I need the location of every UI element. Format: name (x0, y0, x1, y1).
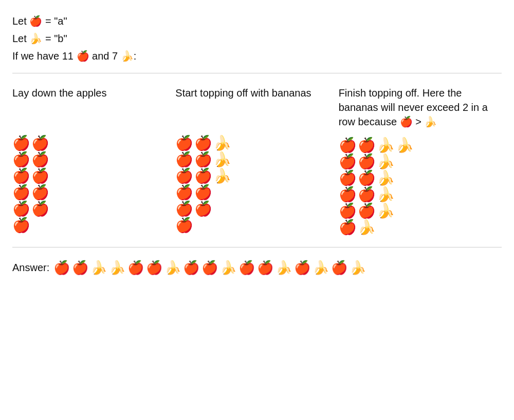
column-1: Lay down the apples 🍎🍎 🍎🍎 🍎🍎 🍎🍎 🍎🍎 🍎 (12, 86, 175, 235)
answer-emoji: 🍎 (331, 260, 347, 276)
column-2: Start topping off with bananas 🍎🍎🍌 🍎🍎🍌 🍎… (175, 86, 338, 235)
table-row: 🍎🍌 (339, 220, 493, 235)
answer-emoji: 🍌 (313, 260, 329, 276)
header-line2: Let 🍌 = "b" (12, 30, 502, 47)
answer-emoji: 🍎 (127, 260, 144, 276)
answer-emoji: 🍎 (146, 260, 162, 276)
answer-emoji: 🍎 (183, 260, 199, 276)
table-row: 🍎🍎🍌 (339, 155, 493, 169)
column-3: Finish topping off. Here the bananas wil… (339, 86, 502, 235)
col1-rows: 🍎🍎 🍎🍎 🍎🍎 🍎🍎 🍎🍎 🍎 (12, 136, 167, 233)
table-row: 🍎🍎🍌🍌 (339, 138, 493, 152)
table-row: 🍎🍎 (12, 136, 167, 150)
table-row: 🍎 (175, 218, 330, 233)
answer-emoji: 🍌 (109, 260, 125, 276)
table-row: 🍎🍎🍌 (175, 136, 330, 150)
col2-rows: 🍎🍎🍌 🍎🍎🍌 🍎🍎🍌 🍎🍎 🍎🍎 🍎 (175, 136, 330, 233)
table-row: 🍎🍎🍌 (339, 204, 493, 218)
header-line3: If we have 11 🍎 and 7 🍌: (12, 47, 502, 65)
table-row: 🍎 (12, 218, 167, 233)
answer-emoji: 🍎 (257, 260, 273, 276)
answer-section: Answer: 🍎 🍎 🍌 🍌 🍎 🍎 🍌 🍎 🍎 🍌 🍎 🍎 🍌 🍎 🍌 🍎 … (12, 260, 502, 276)
col3-rows: 🍎🍎🍌🍌 🍎🍎🍌 🍎🍎🍌 🍎🍎🍌 🍎🍎🍌 🍎🍌 (339, 138, 493, 235)
col1-title: Lay down the apples (12, 86, 167, 127)
table-row: 🍎🍎 (12, 202, 167, 216)
header-line1: Let 🍎 = "a" (12, 12, 502, 30)
table-row: 🍎🍎🍌 (175, 169, 330, 183)
table-row: 🍎🍎 (12, 185, 167, 200)
table-row: 🍎🍎 (175, 185, 330, 200)
answer-emoji: 🍌 (220, 260, 236, 276)
col2-title: Start topping off with bananas (175, 86, 330, 127)
answer-emoji: 🍎 (201, 260, 218, 276)
answer-emoji: 🍌 (350, 260, 366, 276)
table-row: 🍎🍎🍌 (339, 187, 493, 202)
table-row: 🍎🍎 (175, 202, 330, 216)
col3-title: Finish topping off. Here the bananas wil… (339, 86, 493, 129)
header-section: Let 🍎 = "a" Let 🍌 = "b" If we have 11 🍎 … (12, 12, 502, 73)
columns-section: Lay down the apples 🍎🍎 🍎🍎 🍎🍎 🍎🍎 🍎🍎 🍎 Sta… (12, 86, 502, 247)
answer-emoji: 🍎 (294, 260, 310, 276)
answer-emoji: 🍎 (238, 260, 255, 276)
table-row: 🍎🍎 (12, 152, 167, 167)
table-row: 🍎🍎🍌 (175, 152, 330, 167)
table-row: 🍎🍎 (12, 169, 167, 183)
answer-label: Answer: (12, 262, 49, 274)
answer-emoji: 🍎 (53, 260, 70, 276)
answer-emoji: 🍌 (164, 260, 181, 276)
table-row: 🍎🍎🍌 (339, 171, 493, 185)
answer-emoji: 🍎 (72, 260, 88, 276)
answer-emoji: 🍌 (90, 260, 107, 276)
answer-emoji: 🍌 (276, 260, 292, 276)
